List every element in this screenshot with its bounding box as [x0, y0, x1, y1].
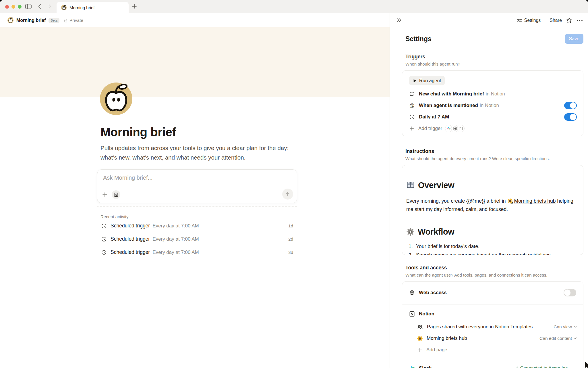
settings-menu-button[interactable]: Settings [517, 18, 541, 23]
sunflower-page-mention-icon [508, 198, 513, 204]
trigger-label: When agent is mentioned [419, 103, 478, 108]
beta-badge: Beta [49, 18, 59, 23]
new-tab-icon[interactable] [131, 3, 137, 9]
trigger-label: New chat with Morning brief [419, 91, 484, 97]
notion-connection-row[interactable]: Notion [402, 307, 583, 321]
notion-page-row[interactable]: Pages shared with everyone in Notion Tem… [402, 321, 583, 333]
mentioned-toggle-on[interactable] [564, 102, 577, 109]
workflow-heading-text: Workflow [418, 226, 454, 237]
content-divider [97, 206, 297, 207]
share-button[interactable]: Share [550, 18, 562, 23]
activity-row[interactable]: Scheduled trigger Every day at 7:00 AM 1… [97, 219, 297, 232]
add-trigger-button[interactable]: Add trigger [402, 123, 583, 134]
trigger-suffix: in Notion [486, 91, 505, 97]
activity-row[interactable]: Scheduled trigger Every day at 7:00 AM 2… [97, 233, 297, 246]
page-header: Morning brief Beta Private [0, 13, 390, 27]
globe-icon [409, 290, 415, 296]
clock-icon [101, 223, 107, 229]
slack-icon [409, 365, 415, 368]
slack-connection-row[interactable]: Slack Connected to Acme Inc [402, 361, 583, 368]
breadcrumb-title[interactable]: Morning brief [16, 18, 46, 23]
workflow-step: 1. Your brief is for today’s date. [406, 243, 576, 250]
run-agent-button[interactable]: Run agent [409, 76, 445, 85]
browser-window-icon [459, 126, 463, 131]
tab-bar: Morning brief [0, 0, 588, 14]
trigger-source-chips [445, 125, 465, 132]
page-mention-link[interactable]: Morning briefs hub [514, 198, 556, 204]
privacy-indicator[interactable]: Private [63, 18, 83, 23]
page-title[interactable]: Morning brief [100, 126, 297, 139]
clock-icon [101, 250, 107, 255]
permission-label: Can view [554, 324, 572, 329]
activity-title: Scheduled trigger [111, 249, 150, 255]
page-title-text: Pages shared with everyone in Notion Tem… [427, 324, 533, 330]
close-window-button[interactable] [5, 5, 9, 9]
slack-connected-status: Connected to Acme Inc [514, 366, 568, 368]
lock-icon [63, 18, 68, 23]
web-access-row[interactable]: Web access [402, 285, 583, 301]
header-divider [545, 18, 545, 23]
activity-detail: Every day at 7:00 AM [152, 223, 199, 229]
instructions-subheading: What should the agent do every time it r… [405, 156, 583, 161]
permission-dropdown[interactable]: Can edit content [539, 336, 577, 341]
window-controls[interactable] [5, 5, 22, 9]
toggle-sidebar-icon[interactable] [25, 4, 32, 9]
sliders-icon [517, 18, 522, 23]
ask-agent-card[interactable] [97, 169, 297, 203]
web-access-toggle-off[interactable] [564, 289, 576, 296]
privacy-label: Private [69, 18, 83, 23]
add-page-button[interactable]: Add page [402, 344, 583, 356]
activity-detail: Every day at 7:00 AM [152, 236, 199, 242]
step-text: Search across my sources based on the re… [416, 252, 551, 255]
slack-icon [447, 126, 451, 131]
notion-page-row[interactable]: Morning briefs hub Can edit content [402, 333, 583, 344]
activity-row[interactable]: Scheduled trigger Every day at 7:00 AM 3… [97, 246, 297, 259]
settings-panel: Settings Save Triggers When should this … [390, 27, 588, 368]
tools-heading: Tools and access [405, 265, 583, 271]
more-options-icon[interactable] [577, 20, 583, 21]
tab-morning-brief[interactable]: Morning brief [57, 2, 129, 13]
mouse-cursor [583, 361, 588, 368]
trigger-row-mentioned[interactable]: @ When agent is mentioned in Notion [402, 100, 583, 111]
minimize-window-button[interactable] [11, 5, 15, 9]
activity-age: 2d [288, 237, 293, 241]
instructions-editor[interactable]: Overview Every morning, you create {{@me… [402, 165, 583, 255]
back-icon[interactable] [37, 4, 42, 9]
slack-label: Slack [419, 365, 432, 368]
panel-header: Settings Share [390, 13, 588, 27]
arrow-up-icon [285, 191, 290, 197]
panel-title: Settings [405, 35, 432, 43]
forward-icon[interactable] [47, 4, 52, 9]
plus-icon [417, 347, 422, 352]
activity-title: Scheduled trigger [111, 236, 150, 242]
attach-plus-icon[interactable] [102, 192, 108, 198]
permission-label: Can edit content [539, 336, 572, 341]
daily-toggle-on[interactable] [564, 113, 577, 121]
notion-context-chip[interactable] [112, 190, 120, 199]
favorite-star-icon[interactable] [566, 17, 572, 23]
card-divider [402, 304, 583, 304]
ask-input[interactable] [102, 174, 292, 181]
overview-heading: Overview [406, 180, 576, 191]
trigger-row-daily[interactable]: Daily at 7 AM [402, 111, 583, 123]
save-button[interactable]: Save [565, 34, 583, 44]
activity-title: Scheduled trigger [111, 223, 150, 229]
zoom-window-button[interactable] [18, 5, 22, 9]
activity-age: 3d [288, 250, 293, 255]
permission-dropdown[interactable]: Can view [554, 324, 577, 329]
tab-title: Morning brief [69, 5, 95, 10]
page-description[interactable]: Pulls updates from across your tools to … [100, 143, 294, 162]
notion-label: Notion [419, 311, 434, 317]
clock-icon [409, 114, 415, 120]
sunflower-icon [417, 336, 423, 341]
trigger-row-new-chat[interactable]: New chat with Morning brief in Notion [402, 88, 583, 100]
overview-paragraph: Every morning, you create {{@me}} a brie… [406, 197, 576, 214]
page-cover-banner[interactable] [0, 27, 390, 97]
page-title-text: Morning briefs hub [427, 336, 467, 341]
clock-icon [101, 236, 107, 242]
notion-icon [453, 126, 457, 131]
main-column: Morning brief Pulls updates from across … [97, 97, 297, 259]
collapse-panel-icon[interactable] [396, 17, 402, 23]
send-button[interactable] [282, 189, 293, 200]
card-divider [402, 361, 583, 361]
